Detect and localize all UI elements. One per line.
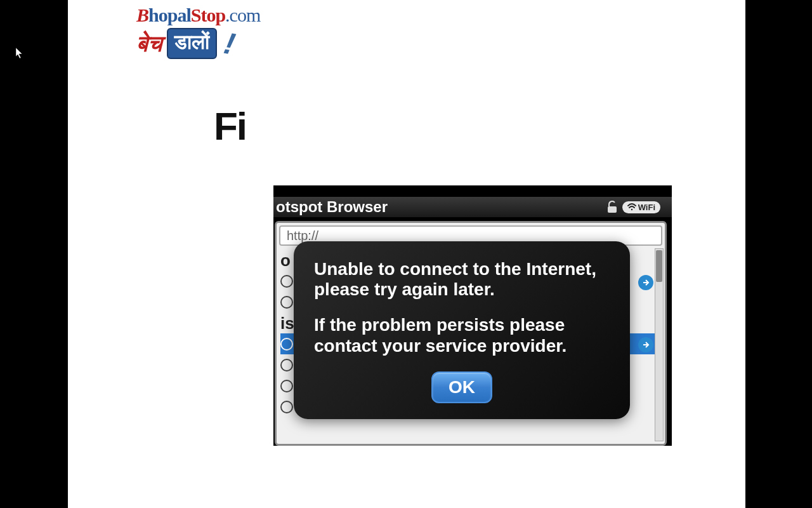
logo-hindi-word2: डालों xyxy=(167,28,217,59)
scrollbar[interactable] xyxy=(655,248,664,441)
svg-rect-0 xyxy=(608,206,617,213)
clock-icon xyxy=(280,338,293,351)
logo-hindi-word1: बेच xyxy=(136,30,162,57)
error-line2: If the problem persists please contact y… xyxy=(314,315,610,356)
device-screenshot: otspot Browser WiFi http:// o H H xyxy=(273,185,672,446)
browser-title: otspot Browser xyxy=(276,198,388,216)
page-heading: Fi xyxy=(214,104,246,149)
svg-point-1 xyxy=(631,209,632,210)
logo-exclaim: ! xyxy=(221,25,238,62)
clock-icon xyxy=(280,275,293,288)
unlock-icon xyxy=(607,201,619,213)
scrollbar-thumb[interactable] xyxy=(656,250,662,282)
error-message: Unable to connect to the Internet, pleas… xyxy=(314,259,610,356)
logo-text-line1: BhopalStop.com xyxy=(136,4,260,26)
logo-part-stop: Stop xyxy=(191,4,225,25)
clock-icon xyxy=(280,359,293,371)
wifi-indicator: WiFi xyxy=(622,201,660,213)
clock-icon xyxy=(280,296,293,309)
site-logo: BhopalStop.com बेच डालों ! xyxy=(136,4,260,61)
error-line1: Unable to connect to the Internet, pleas… xyxy=(314,259,610,300)
content-panel: BhopalStop.com बेच डालों ! Fi otspot Bro… xyxy=(68,0,745,508)
logo-part-b: B xyxy=(136,4,148,25)
clock-icon xyxy=(280,380,293,392)
logo-text-line2: बेच डालों ! xyxy=(136,26,260,61)
header-status-icons: WiFi xyxy=(607,201,660,213)
logo-part-hopal: hopal xyxy=(148,4,191,25)
device-header: otspot Browser WiFi xyxy=(273,197,672,217)
ok-button[interactable]: OK xyxy=(431,371,492,403)
logo-part-dotcom: .com xyxy=(225,4,260,25)
wifi-label: WiFi xyxy=(638,203,655,212)
clock-icon xyxy=(280,401,293,413)
error-dialog: Unable to connect to the Internet, pleas… xyxy=(294,241,630,419)
mouse-cursor-icon xyxy=(15,47,24,60)
